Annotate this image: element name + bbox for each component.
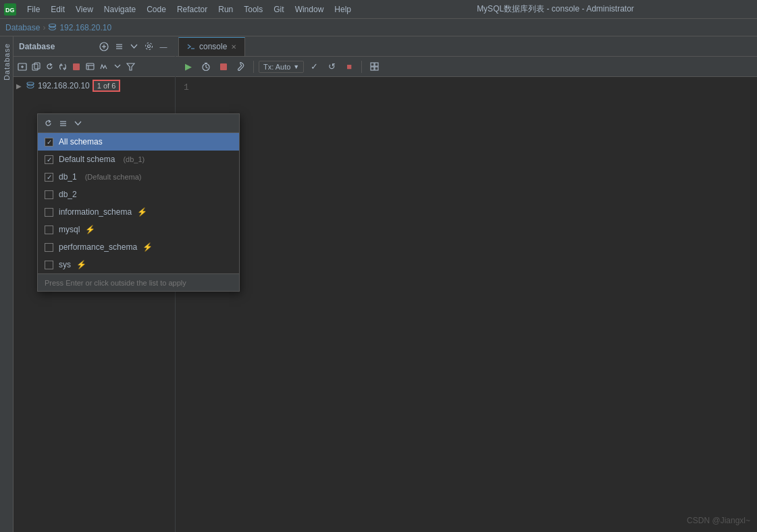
line-number-1: 1 bbox=[184, 82, 189, 92]
menu-code[interactable]: Code bbox=[141, 3, 172, 16]
editor-area: console ✕ ▶ Tx: Auto ▼ ✓ ↺ ■ bbox=[176, 36, 757, 532]
schema-item-db_2[interactable]: db_2 bbox=[38, 186, 239, 203]
schema-item-default_schema[interactable]: ✓Default schema(db_1) bbox=[38, 151, 239, 168]
lightning-icon: ⚡ bbox=[142, 242, 153, 252]
schema-item-performance_schema[interactable]: performance_schema⚡ bbox=[38, 238, 239, 256]
breadcrumb-host[interactable]: 192.168.20.10 bbox=[59, 23, 111, 32]
schema-count-badge: 1 of 6 bbox=[93, 80, 121, 92]
dropdown-footer: Press Enter or click outside the list to… bbox=[38, 273, 239, 291]
stop-exec-btn[interactable] bbox=[216, 59, 231, 74]
db-tree-row[interactable]: ▶ 192.168.20.10 1 of 6 bbox=[14, 77, 175, 95]
db-panel-header: Database — bbox=[14, 36, 175, 57]
schema-checkbox bbox=[45, 208, 53, 217]
schema-dropdown: ✓All schemas✓Default schema(db_1)✓db_1(D… bbox=[37, 113, 240, 292]
sync-btn[interactable] bbox=[57, 61, 69, 73]
stop-tx-btn[interactable]: ■ bbox=[342, 59, 357, 74]
schema-item-all_schemas[interactable]: ✓All schemas bbox=[38, 133, 239, 151]
dropdown-expand-btn[interactable] bbox=[57, 117, 69, 130]
svg-rect-17 bbox=[86, 63, 94, 70]
toolbar-sep-2 bbox=[361, 61, 362, 73]
editor-content[interactable]: 1 bbox=[176, 77, 757, 532]
svg-rect-14 bbox=[32, 64, 38, 70]
schema-label: mysql bbox=[59, 225, 80, 234]
schema-list: ✓All schemas✓Default schema(db_1)✓db_1(D… bbox=[38, 133, 239, 273]
new-schema-btn[interactable] bbox=[16, 61, 28, 73]
schema-checkbox: ✓ bbox=[45, 155, 53, 164]
dropdown-refresh-btn[interactable] bbox=[42, 117, 54, 130]
menu-help[interactable]: Help bbox=[329, 3, 357, 16]
dropdown-collapse-btn[interactable] bbox=[72, 117, 84, 130]
svg-marker-20 bbox=[127, 63, 134, 70]
settings-icon[interactable] bbox=[142, 41, 155, 53]
app-title: MySQL数据库列表 - console - Administrator bbox=[357, 3, 754, 15]
schema-sublabel: (Default schema) bbox=[85, 173, 142, 181]
editor-toolbar: ▶ Tx: Auto ▼ ✓ ↺ ■ bbox=[176, 57, 757, 77]
stop-btn[interactable] bbox=[70, 61, 82, 73]
app-logo: DG bbox=[3, 2, 18, 17]
grid-btn[interactable] bbox=[367, 59, 382, 74]
breadcrumb-database[interactable]: Database bbox=[5, 23, 40, 32]
schema-item-information_schema[interactable]: information_schema⚡ bbox=[38, 203, 239, 221]
wrench-btn[interactable] bbox=[234, 59, 249, 74]
db-panel-title: Database bbox=[19, 42, 55, 51]
schema-item-db_1[interactable]: ✓db_1(Default schema) bbox=[38, 168, 239, 186]
svg-rect-15 bbox=[34, 63, 40, 69]
tx-chevron-icon: ▼ bbox=[293, 63, 299, 70]
svg-text:DG: DG bbox=[5, 7, 15, 14]
schema-item-sys[interactable]: sys⚡ bbox=[38, 256, 239, 273]
menu-git[interactable]: Git bbox=[268, 3, 289, 16]
menu-run[interactable]: Run bbox=[213, 3, 238, 16]
console-tab[interactable]: console ✕ bbox=[178, 37, 245, 56]
expand-all-icon[interactable] bbox=[113, 41, 125, 53]
lightning-icon: ⚡ bbox=[76, 260, 86, 269]
menu-bar: DG File Edit View Navigate Code Refactor… bbox=[0, 0, 757, 19]
db-panel-toolbar bbox=[14, 57, 175, 77]
lightning-icon: ⚡ bbox=[85, 225, 95, 234]
minimize-icon[interactable]: — bbox=[157, 41, 169, 53]
breadcrumb-sep: › bbox=[43, 23, 45, 32]
schema-label: db_2 bbox=[59, 190, 77, 199]
commit-btn[interactable]: ✓ bbox=[307, 59, 321, 74]
svg-rect-28 bbox=[371, 63, 374, 66]
tab-bar: console ✕ bbox=[176, 36, 757, 57]
menu-navigate[interactable]: Navigate bbox=[99, 3, 141, 16]
svg-line-25 bbox=[206, 67, 208, 68]
run-btn[interactable]: ▶ bbox=[181, 59, 196, 74]
svg-point-21 bbox=[27, 82, 34, 85]
schema-label: db_1 bbox=[59, 172, 77, 182]
menu-edit[interactable]: Edit bbox=[45, 3, 70, 16]
edit-btn[interactable] bbox=[84, 61, 96, 73]
schema-checkbox: ✓ bbox=[45, 138, 53, 147]
lightning-icon: ⚡ bbox=[137, 207, 147, 217]
console-tab-icon bbox=[187, 43, 195, 51]
expand-icon: ▶ bbox=[16, 82, 26, 90]
schema-item-mysql[interactable]: mysql⚡ bbox=[38, 221, 239, 238]
collapse-all-icon[interactable] bbox=[128, 41, 140, 53]
dropdown-footer-text: Press Enter or click outside the list to… bbox=[45, 279, 186, 287]
db-panel-icons: — bbox=[98, 41, 169, 53]
breadcrumb-bar: Database › 192.168.20.10 bbox=[0, 19, 757, 36]
schema-sublabel: (db_1) bbox=[123, 155, 145, 163]
rollback-btn[interactable]: ↺ bbox=[324, 59, 339, 74]
add-datasource-icon[interactable] bbox=[98, 41, 110, 53]
timer-btn[interactable] bbox=[199, 59, 213, 74]
navigate-btn[interactable] bbox=[111, 61, 123, 73]
vertical-tab[interactable]: Database bbox=[0, 36, 14, 532]
schema-label: information_schema bbox=[59, 207, 132, 217]
copy-btn[interactable] bbox=[30, 61, 42, 73]
menu-file[interactable]: File bbox=[22, 3, 45, 16]
db-icon bbox=[48, 23, 57, 32]
menu-tools[interactable]: Tools bbox=[238, 3, 268, 16]
menu-refactor[interactable]: Refactor bbox=[172, 3, 213, 16]
query-btn[interactable] bbox=[97, 61, 109, 73]
schema-checkbox bbox=[45, 261, 53, 269]
menu-view[interactable]: View bbox=[70, 3, 99, 16]
filter-btn[interactable] bbox=[124, 61, 136, 73]
menu-window[interactable]: Window bbox=[290, 3, 330, 16]
toolbar-sep-1 bbox=[253, 61, 254, 73]
tx-selector[interactable]: Tx: Auto ▼ bbox=[259, 61, 304, 73]
console-tab-close[interactable]: ✕ bbox=[231, 43, 236, 51]
schema-label: Default schema bbox=[59, 155, 115, 164]
refresh-btn[interactable] bbox=[43, 61, 55, 73]
watermark: CSDN @Jiangxl~ bbox=[687, 516, 750, 525]
